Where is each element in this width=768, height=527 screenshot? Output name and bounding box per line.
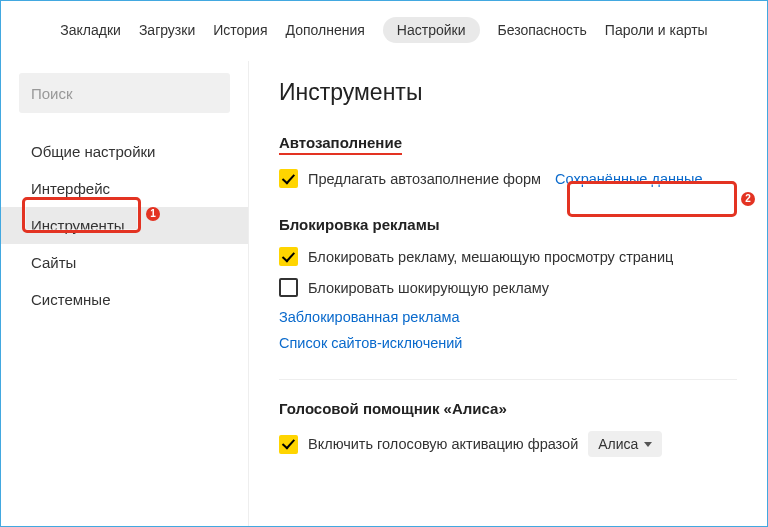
autofill-suggest-checkbox[interactable] — [279, 169, 298, 188]
nav-security[interactable]: Безопасность — [498, 22, 587, 38]
sidebar: Общие настройки Интерфейс Инструменты Са… — [1, 61, 249, 527]
adblock-shocking-label: Блокировать шокирующую рекламу — [308, 280, 549, 296]
sidebar-item-sites[interactable]: Сайты — [1, 244, 248, 281]
nav-extensions[interactable]: Дополнения — [286, 22, 365, 38]
voice-phrase-value: Алиса — [598, 436, 638, 452]
nav-settings[interactable]: Настройки — [383, 17, 480, 43]
voice-heading: Голосовой помощник «Алиса» — [279, 400, 737, 417]
adblock-heading: Блокировка рекламы — [279, 216, 737, 233]
nav-passwords[interactable]: Пароли и карты — [605, 22, 708, 38]
voice-enable-label: Включить голосовую активацию фразой — [308, 436, 578, 452]
nav-history[interactable]: История — [213, 22, 267, 38]
autofill-heading: Автозаполнение — [279, 134, 737, 155]
sidebar-search[interactable] — [19, 73, 230, 113]
page-title: Инструменты — [279, 79, 737, 106]
search-input[interactable] — [31, 85, 218, 102]
sidebar-item-tools[interactable]: Инструменты — [1, 207, 248, 244]
voice-phrase-select[interactable]: Алиса — [588, 431, 662, 457]
section-voice: Голосовой помощник «Алиса» Включить голо… — [279, 400, 737, 457]
sidebar-item-general[interactable]: Общие настройки — [1, 133, 248, 170]
section-adblock: Блокировка рекламы Блокировать рекламу, … — [279, 216, 737, 351]
sidebar-item-system[interactable]: Системные — [1, 281, 248, 318]
nav-bookmarks[interactable]: Закладки — [60, 22, 121, 38]
main-content: Инструменты Автозаполнение Предлагать ав… — [249, 61, 767, 527]
autofill-suggest-label: Предлагать автозаполнение форм — [308, 171, 541, 187]
chevron-down-icon — [644, 442, 652, 447]
adblock-blocked-link[interactable]: Заблокированная реклама — [279, 309, 460, 325]
adblock-intrusive-checkbox[interactable] — [279, 247, 298, 266]
adblock-intrusive-label: Блокировать рекламу, мешающую просмотру … — [308, 249, 673, 265]
voice-enable-checkbox[interactable] — [279, 435, 298, 454]
top-nav: Закладки Загрузки История Дополнения Нас… — [1, 1, 767, 61]
section-autofill: Автозаполнение Предлагать автозаполнение… — [279, 134, 737, 188]
nav-downloads[interactable]: Загрузки — [139, 22, 195, 38]
sidebar-item-interface[interactable]: Интерфейс — [1, 170, 248, 207]
adblock-exclusions-link[interactable]: Список сайтов-исключений — [279, 335, 462, 351]
section-divider — [279, 379, 737, 380]
autofill-saved-data-link[interactable]: Сохранённые данные — [555, 171, 702, 187]
adblock-shocking-checkbox[interactable] — [279, 278, 298, 297]
